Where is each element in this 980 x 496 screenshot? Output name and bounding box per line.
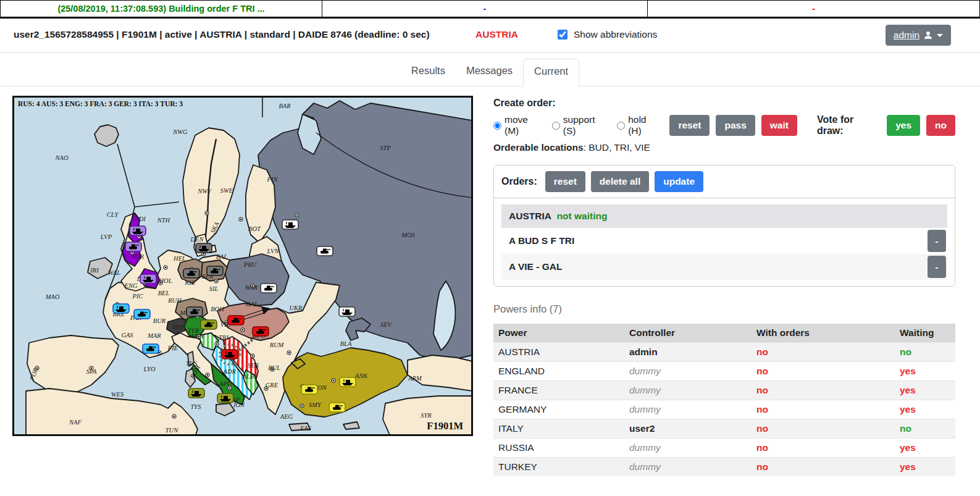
- col-power: Power: [493, 324, 624, 343]
- unit-fra-army[interactable]: [143, 344, 159, 353]
- radio-move-input[interactable]: [493, 122, 501, 130]
- vote-no-button[interactable]: no: [926, 115, 955, 136]
- show-abbreviations-toggle[interactable]: Show abbreviations: [555, 28, 657, 41]
- order-type-row: move (M) support (S) hold (H) reset pass…: [493, 114, 955, 137]
- unit-aus-fleet[interactable]: [222, 350, 238, 359]
- powers-table-cell: dummy: [624, 381, 752, 400]
- svg-text:ALB: ALB: [242, 373, 254, 380]
- svg-text:NWY: NWY: [197, 188, 212, 195]
- create-order-title: Create order:: [493, 98, 955, 109]
- unit-rus-fleet[interactable]: [282, 220, 298, 229]
- unit-rus-army[interactable]: [317, 246, 333, 256]
- radio-move[interactable]: move (M): [493, 114, 542, 137]
- unit-eng-army[interactable]: [125, 242, 141, 251]
- radio-support[interactable]: support (S): [552, 114, 606, 137]
- order-text: A VIE - GAL: [509, 261, 562, 272]
- svg-text:TYS: TYS: [191, 403, 202, 410]
- unit-tur-army[interactable]: [301, 385, 317, 394]
- log-bar: (25/08/2019, 11:37:08.593) Building orde…: [0, 0, 980, 19]
- powers-table-cell: dummy: [624, 400, 752, 419]
- chevron-down-icon: [937, 34, 943, 37]
- powers-table-cell: yes: [895, 458, 955, 477]
- powers-table-row: TURKEYdummynoyes: [493, 458, 955, 477]
- svg-text:PIC: PIC: [132, 293, 144, 300]
- remove-order-button[interactable]: -: [928, 256, 946, 278]
- tab-current[interactable]: Current: [523, 59, 579, 86]
- powers-table-cell: RUSSIA: [493, 439, 624, 458]
- svg-text:SPA: SPA: [86, 368, 97, 375]
- admin-menu-button[interactable]: admin: [886, 25, 951, 46]
- reset-button[interactable]: reset: [669, 115, 710, 136]
- wait-button[interactable]: wait: [761, 115, 797, 136]
- radio-support-label: support (S): [563, 114, 606, 137]
- orders-reset-button[interactable]: reset: [545, 171, 585, 192]
- powers-table-cell: dummy: [624, 458, 752, 477]
- show-abbreviations-label: Show abbreviations: [574, 29, 657, 40]
- svg-text:DEN: DEN: [190, 236, 204, 243]
- tab-results[interactable]: Results: [401, 59, 456, 86]
- col-controller: Controller: [624, 324, 752, 343]
- orders-delete-all-button[interactable]: delete all: [591, 171, 649, 192]
- svg-text:WAR: WAR: [245, 284, 258, 291]
- powers-table-cell: no: [752, 419, 895, 439]
- power-status-power: AUSTRIA: [509, 211, 551, 221]
- unit-ita-fleet[interactable]: [217, 393, 233, 403]
- diplomacy-map[interactable]: NAONWGBARSTPFINNWYSWEBOTNTHMOSLVNPRUSKAH…: [12, 96, 473, 436]
- powers-table-cell: ENGLAND: [493, 362, 624, 381]
- powers-table-cell: GERMANY: [493, 400, 624, 419]
- orderable-locations-label: Orderable locations: [493, 142, 584, 153]
- orders-header: Orders: reset delete all update: [494, 166, 955, 198]
- powers-table-cell: no: [752, 362, 895, 381]
- powers-table-cell: user2: [624, 419, 752, 439]
- svg-text:MAO: MAO: [45, 293, 60, 300]
- unit-aus-army[interactable]: [228, 316, 244, 325]
- power-status-value: not waiting: [557, 211, 608, 221]
- svg-text:BOT: BOT: [248, 225, 261, 232]
- tab-bar: Results Messages Current: [0, 59, 980, 86]
- unit-rus-fleet[interactable]: [339, 307, 355, 316]
- unit-aus-army[interactable]: [253, 327, 269, 336]
- powers-table-row: ENGLANDdummynoyes: [493, 362, 955, 381]
- unit-ita-fleet[interactable]: [188, 389, 204, 398]
- show-abbreviations-checkbox[interactable]: [558, 30, 567, 40]
- pass-button[interactable]: pass: [716, 115, 755, 136]
- svg-text:RUM: RUM: [269, 342, 285, 348]
- powers-table-cell: no: [752, 458, 895, 477]
- unit-ger-army[interactable]: [207, 266, 223, 275]
- remove-order-button[interactable]: -: [928, 230, 946, 252]
- radio-hold-input[interactable]: [617, 122, 625, 130]
- svg-text:HOL: HOL: [158, 277, 172, 284]
- unit-ger-fleet[interactable]: [196, 243, 212, 253]
- unit-ger-army[interactable]: [186, 307, 203, 316]
- svg-text:GAL: GAL: [246, 301, 258, 308]
- svg-text:CLY: CLY: [107, 211, 119, 218]
- powers-table: Power Controller With orders Waiting AUS…: [493, 324, 955, 476]
- svg-text:RUH: RUH: [167, 297, 182, 304]
- order-text: A BUD S F TRI: [509, 235, 574, 246]
- unit-tur-army[interactable]: [329, 403, 345, 412]
- svg-text:GRE: GRE: [266, 382, 279, 389]
- svg-text:AEG: AEG: [280, 413, 293, 420]
- powers-table-cell: dummy: [624, 439, 752, 458]
- svg-text:BLA: BLA: [340, 340, 352, 347]
- svg-text:IRI: IRI: [90, 267, 99, 274]
- tab-messages[interactable]: Messages: [456, 59, 523, 86]
- unit-ger-army[interactable]: [183, 269, 199, 278]
- unit-eng-fleet[interactable]: [130, 226, 146, 235]
- powers-table-cell: AUSTRIA: [493, 343, 624, 362]
- unit-eng-fleet[interactable]: [140, 274, 156, 284]
- radio-move-label: move (M): [505, 114, 542, 137]
- svg-text:NWG: NWG: [172, 128, 188, 135]
- orders-body: AUSTRIA not waiting A BUD S F TRI-A VIE …: [494, 198, 955, 286]
- unit-fra-fleet[interactable]: [113, 304, 129, 313]
- unit-fra-army[interactable]: [134, 309, 150, 319]
- unit-tur-fleet[interactable]: [340, 377, 356, 387]
- powers-table-row: AUSTRIAadminnono: [493, 343, 955, 362]
- radio-support-input[interactable]: [552, 122, 560, 130]
- svg-text:MAR: MAR: [147, 332, 161, 339]
- orders-update-button[interactable]: update: [655, 171, 703, 192]
- unit-rus-army[interactable]: [261, 284, 277, 293]
- unit-ita-army[interactable]: [201, 320, 217, 329]
- radio-hold[interactable]: hold (H): [617, 114, 659, 137]
- vote-yes-button[interactable]: yes: [887, 115, 920, 136]
